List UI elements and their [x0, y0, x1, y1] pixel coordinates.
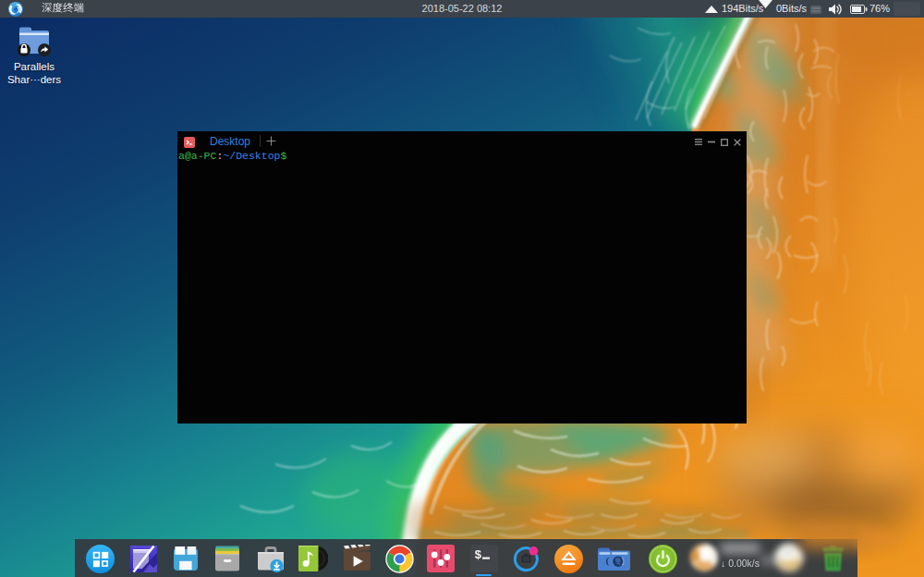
svg-text:$: $	[474, 548, 481, 562]
